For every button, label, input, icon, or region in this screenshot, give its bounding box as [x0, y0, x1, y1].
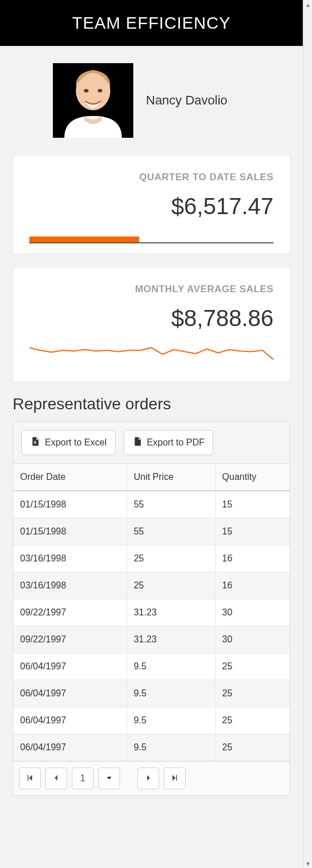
cell-qty: 25	[215, 653, 290, 680]
qtd-bullet-chart	[29, 235, 274, 243]
seek-last-icon	[171, 774, 179, 784]
chevron-right-icon	[145, 774, 152, 783]
cell-qty: 30	[215, 599, 290, 626]
app-header: TEAM EFFICIENCY	[0, 0, 303, 46]
cell-date: 03/16/1998	[13, 572, 126, 599]
cell-qty: 16	[215, 572, 290, 599]
cell-date: 01/15/1998	[13, 518, 126, 545]
grid-pager: 1	[13, 761, 290, 795]
profile-block: Nancy Davolio	[0, 46, 303, 155]
export-pdf-button[interactable]: Export to PDF	[124, 430, 213, 455]
pager-next-button[interactable]	[137, 768, 159, 789]
cell-price: 31.23	[126, 626, 215, 653]
scroll-down-icon: ▼	[303, 859, 312, 868]
monthly-sparkline	[29, 345, 274, 371]
svg-point-3	[98, 89, 102, 92]
cell-date: 06/04/1997	[13, 734, 126, 761]
chevron-left-icon	[53, 774, 60, 783]
cell-price: 31.23	[126, 599, 215, 626]
cell-price: 55	[126, 491, 215, 518]
cell-qty: 30	[215, 626, 290, 653]
excel-icon	[30, 436, 40, 449]
avatar	[53, 63, 133, 138]
app-title: TEAM EFFICIENCY	[72, 14, 230, 33]
pager-last-button[interactable]	[164, 768, 186, 789]
qtd-label: QUARTER TO DATE SALES	[29, 172, 274, 183]
table-row[interactable]: 06/04/19979.525	[13, 680, 290, 707]
cell-price: 9.5	[126, 734, 215, 761]
cell-date: 06/04/1997	[13, 680, 126, 707]
col-unit-price[interactable]: Unit Price	[126, 464, 215, 491]
orders-table: Order Date Unit Price Quantity 01/15/199…	[13, 464, 290, 761]
cell-date: 01/15/1998	[13, 491, 126, 518]
orders-grid: Export to Excel Export to PDF Order Date…	[13, 421, 290, 796]
cell-qty: 15	[215, 491, 290, 518]
cell-date: 03/16/1998	[13, 545, 126, 572]
cell-price: 25	[126, 545, 215, 572]
cell-qty: 15	[215, 518, 290, 545]
qtd-card: QUARTER TO DATE SALES $6,517.47	[13, 155, 290, 254]
qtd-value: $6,517.47	[29, 193, 274, 219]
table-row[interactable]: 06/04/19979.525	[13, 653, 290, 680]
col-quantity[interactable]: Quantity	[215, 464, 290, 491]
table-row[interactable]: 06/04/19979.525	[13, 707, 290, 734]
cell-date: 06/04/1997	[13, 653, 126, 680]
cell-price: 25	[126, 572, 215, 599]
caret-down-icon	[106, 774, 113, 783]
table-row[interactable]: 03/16/19982516	[13, 572, 290, 599]
export-excel-button[interactable]: Export to Excel	[21, 430, 115, 455]
orders-title: Representative orders	[13, 395, 290, 413]
pager-page-dropdown[interactable]	[98, 768, 120, 789]
cell-qty: 25	[215, 707, 290, 734]
cell-qty: 16	[215, 545, 290, 572]
pdf-icon	[132, 436, 142, 449]
cell-date: 09/22/1997	[13, 599, 126, 626]
export-pdf-label: Export to PDF	[147, 437, 205, 448]
table-row[interactable]: 09/22/199731.2330	[13, 599, 290, 626]
table-row[interactable]: 01/15/19985515	[13, 518, 290, 545]
monthly-label: MONTHLY AVERAGE SALES	[29, 284, 274, 295]
cell-price: 55	[126, 518, 215, 545]
cell-qty: 25	[215, 734, 290, 761]
cell-date: 09/22/1997	[13, 626, 126, 653]
pager-page-input[interactable]: 1	[72, 768, 94, 789]
svg-point-2	[84, 89, 88, 92]
monthly-value: $8,788.86	[29, 305, 274, 331]
table-row[interactable]: 03/16/19982516	[13, 545, 290, 572]
table-row[interactable]: 09/22/199731.2330	[13, 626, 290, 653]
grid-toolbar: Export to Excel Export to PDF	[13, 422, 290, 464]
cell-price: 9.5	[126, 680, 215, 707]
monthly-card: MONTHLY AVERAGE SALES $8,788.86	[13, 267, 290, 382]
table-row[interactable]: 01/15/19985515	[13, 491, 290, 518]
col-order-date[interactable]: Order Date	[13, 464, 126, 491]
cell-qty: 25	[215, 680, 290, 707]
table-row[interactable]: 06/04/19979.525	[13, 734, 290, 761]
vertical-scrollbar[interactable]: ▲ ▼	[303, 0, 312, 868]
profile-name: Nancy Davolio	[146, 93, 228, 108]
scroll-up-icon: ▲	[303, 0, 312, 9]
pager-prev-button[interactable]	[45, 768, 67, 789]
pager-first-button[interactable]	[19, 768, 41, 789]
export-excel-label: Export to Excel	[45, 437, 107, 448]
cell-price: 9.5	[126, 653, 215, 680]
cell-date: 06/04/1997	[13, 707, 126, 734]
cell-price: 9.5	[126, 707, 215, 734]
seek-first-icon	[26, 774, 34, 784]
